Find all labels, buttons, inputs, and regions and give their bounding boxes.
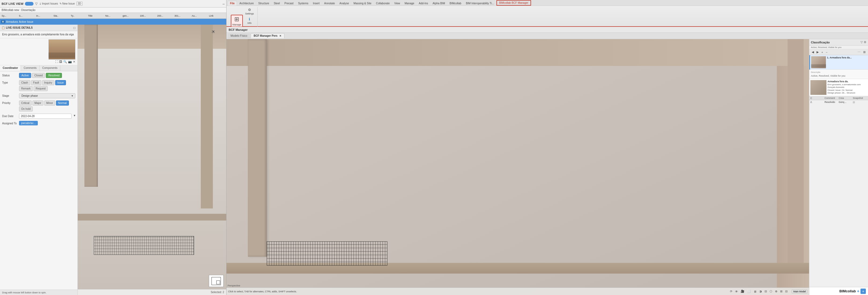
ribbon-tab-alphabim[interactable]: Alpha BIM — [431, 1, 447, 6]
minimize-button[interactable]: – — [222, 2, 225, 6]
left-viewport[interactable]: ✈ Selected: 2 — [78, 25, 226, 295]
ribbon-tab-annotate[interactable]: Annotate — [322, 1, 337, 6]
col-100[interactable]: 100... — [140, 14, 156, 17]
due-date-calendar-icon[interactable]: ▾ — [74, 113, 75, 117]
camera-icon[interactable]: 🎥 — [740, 289, 745, 293]
details-expand-button[interactable]: □ — [73, 26, 76, 30]
tab-comments[interactable]: Comments — [21, 65, 39, 71]
view-icon[interactable]: 👁 — [734, 290, 739, 293]
shadows-icon[interactable]: ◑ — [758, 289, 763, 293]
show-icon[interactable]: ⊞ — [779, 289, 783, 293]
active-issue-row[interactable]: B Armadura Active Issue — [0, 19, 226, 25]
crop-icon[interactable]: ⊟ — [764, 289, 768, 293]
tab-bcf-manager-pers[interactable]: BCF Manager Pers ✕ — [251, 33, 284, 38]
nav-cube-control[interactable]: ✈ — [212, 29, 221, 38]
ribbon-tab-insert[interactable]: Insert — [311, 1, 322, 6]
col-gen[interactable]: gen... — [122, 14, 138, 17]
main-model-button[interactable]: Main Model — [792, 290, 807, 293]
ribbon-tab-precast[interactable]: Precast — [282, 1, 296, 6]
priority-minor-button[interactable]: Minor — [44, 100, 55, 105]
priority-major-button[interactable]: Major — [32, 100, 43, 105]
ribbon-tab-analyse[interactable]: Analyse — [337, 1, 351, 6]
rsp-filter-icon[interactable]: ▽ — [861, 40, 863, 44]
col-301[interactable]: 301... — [174, 14, 191, 17]
main-3d-viewport[interactable]: Perspective Click to select, TAB for alt… — [226, 39, 809, 295]
tab-close-icon[interactable]: ✕ — [279, 35, 281, 37]
ribbon-tab-systems[interactable]: Systems — [296, 1, 310, 6]
rsp-add-button[interactable]: + — [820, 51, 824, 54]
table-row-2[interactable]: 2. Resolvido Gonç... ⊟ — [809, 100, 868, 104]
type-inquiry-button[interactable]: Inquiry — [42, 80, 54, 85]
col-title[interactable]: Title — [87, 14, 104, 17]
ribbon-tab-steel[interactable]: Steel — [272, 1, 282, 6]
ribbon-tab-bcf-manager[interactable]: BIMcollab BCF Manager — [496, 0, 531, 6]
active-issue-card[interactable]: 1. Armadura fora da... — [809, 55, 868, 70]
main-scene[interactable]: Perspective — [226, 39, 809, 295]
type-fault-button[interactable]: Fault — [31, 80, 41, 85]
rsp-options-button[interactable]: ⋯ — [857, 50, 861, 54]
settings-button[interactable]: ⚙ Settings — [244, 7, 255, 16]
col-sync[interactable]: Sy... — [1, 14, 18, 17]
thumb-snapshot-icon[interactable]: 📷 — [68, 60, 72, 64]
ribbon-tab-massing[interactable]: Massing & Site — [351, 1, 374, 6]
ribbon-tab-structure[interactable]: Structure — [256, 1, 272, 6]
col-ind[interactable]: In... — [36, 14, 52, 17]
col-no[interactable]: No... — [105, 14, 121, 17]
rsp-settings-icon[interactable]: ⚙ — [864, 40, 866, 44]
import-issues-button[interactable]: ⤓ Import Issues — [39, 2, 58, 5]
thumb-zoom-icon[interactable]: 🔍 — [63, 60, 67, 64]
render-icon[interactable]: 🖥 — [753, 290, 757, 293]
ribbon-tab-view[interactable]: View — [392, 1, 402, 6]
bimcollab-add-button[interactable]: + — [861, 289, 866, 294]
ribbon-tab-file[interactable]: File — [227, 1, 237, 6]
ribbon-tab-bimcollab[interactable]: BIMcollab — [447, 1, 464, 6]
new-issue-button[interactable]: ✎ New Issue — [60, 2, 75, 5]
rsp-expand-button[interactable]: ⊞ — [862, 50, 866, 54]
second-issue-card[interactable]: Armadura fora da. Erro grosseiro, a arma… — [809, 79, 868, 96]
thumb-expand-icon[interactable]: ⛶ — [55, 60, 58, 64]
rsp-remove-button[interactable]: − — [825, 51, 828, 54]
tab-coordinator[interactable]: Coordinator — [0, 65, 21, 71]
view-3d-button[interactable]: 3D — [76, 2, 83, 6]
thumb-close-icon[interactable]: ✕ — [73, 60, 75, 64]
col-type[interactable]: Ty.. — [70, 14, 87, 17]
status-active-button[interactable]: Active — [19, 73, 31, 78]
ribbon-tab-addins[interactable]: Add-Ins — [416, 1, 430, 6]
ribbon-tab-architecture[interactable]: Architecture — [237, 1, 256, 6]
tab-components[interactable]: Components — [40, 65, 61, 71]
sync-icon[interactable]: ⟳ — [729, 289, 733, 293]
col-sta[interactable]: Sta.. — [53, 14, 69, 17]
type-clash-button[interactable]: Clash — [19, 80, 30, 85]
type-request-button[interactable]: Request — [33, 86, 48, 91]
glass-icon[interactable]: ⬡ — [769, 289, 773, 293]
thumb-image-icon[interactable]: 🖼 — [59, 60, 62, 64]
assigned-to-button[interactable]: joecabr/ac... — [19, 121, 38, 125]
manage-button[interactable]: ⊞ Manage — [231, 15, 243, 27]
filter-icon[interactable]: ▽ — [35, 2, 37, 6]
rsp-forward-button[interactable]: ▶ — [816, 50, 819, 54]
info-button[interactable]: ℹ Info — [244, 17, 255, 25]
navigation-cube[interactable]: ✈ — [212, 29, 221, 38]
ribbon-tab-manage[interactable]: Manage — [402, 1, 416, 6]
live-view-toggle[interactable] — [25, 2, 33, 6]
priority-onhold-button[interactable]: On hold — [19, 106, 33, 111]
col-au[interactable]: Au... — [191, 14, 208, 17]
tab-modelo-fisico[interactable]: Modelo Físico — [227, 33, 250, 38]
ribbon-tab-collaborate[interactable]: Collaborate — [374, 1, 392, 6]
stage-select[interactable]: Design phase ▾ — [19, 93, 75, 98]
due-date-input[interactable] — [19, 113, 71, 119]
col-s[interactable]: S... — [18, 14, 35, 17]
priority-critical-button[interactable]: Critical — [19, 100, 32, 105]
ribbon-tab-bim-interop[interactable]: BIM Interoperability Ti... — [464, 1, 496, 6]
status-closed-button[interactable]: Closed — [32, 73, 45, 78]
type-remark-button[interactable]: Remark — [19, 86, 33, 91]
priority-normal-button[interactable]: Normal — [56, 100, 69, 105]
layers-icon[interactable]: ⊕ — [774, 289, 778, 293]
type-issue-button[interactable]: Issue — [55, 80, 66, 85]
rsp-back-button[interactable]: ◀ — [811, 50, 815, 54]
hide-icon[interactable]: ⊟ — [784, 289, 788, 293]
col-200[interactable]: 200... — [157, 14, 173, 17]
status-resolved-button[interactable]: Resolved — [46, 73, 62, 78]
perspective-toggle[interactable]: ⬜ — [746, 289, 752, 293]
left-3d-scene[interactable]: ✈ — [78, 25, 226, 295]
